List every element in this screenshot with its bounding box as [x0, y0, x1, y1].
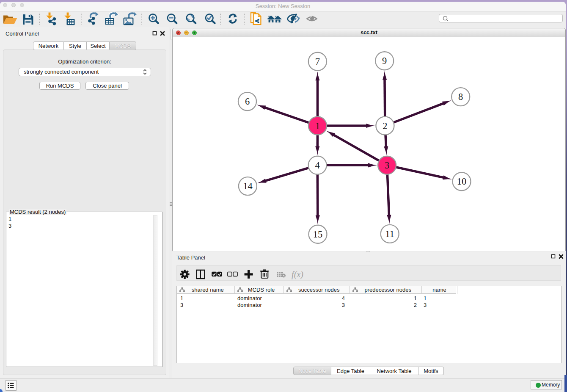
svg-text:15: 15: [313, 229, 323, 240]
svg-text:9: 9: [382, 55, 387, 66]
svg-text:4: 4: [315, 160, 320, 171]
svg-text:6: 6: [245, 96, 250, 107]
svg-text:11: 11: [385, 229, 394, 239]
svg-text:2: 2: [383, 121, 387, 131]
svg-text:3: 3: [385, 160, 389, 171]
svg-text:14: 14: [243, 181, 253, 191]
svg-text:8: 8: [458, 91, 463, 102]
svg-text:10: 10: [457, 176, 467, 187]
svg-text:f(x): f(x): [292, 270, 303, 279]
svg-text:7: 7: [315, 56, 320, 67]
svg-text:1: 1: [315, 121, 320, 131]
